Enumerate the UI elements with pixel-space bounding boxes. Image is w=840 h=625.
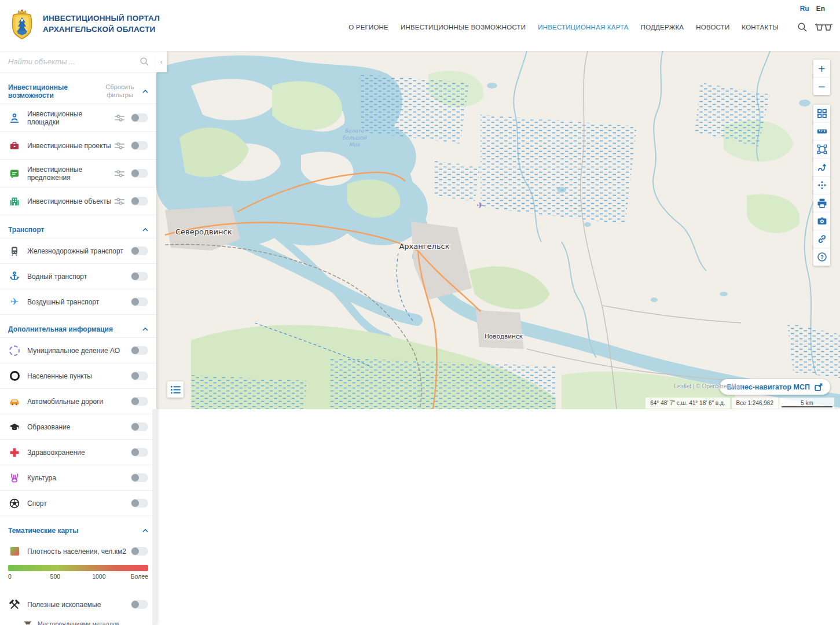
item-label: Муниципальное деление АО — [27, 347, 131, 355]
nav-news[interactable]: НОВОСТИ — [696, 24, 729, 31]
ruler-button[interactable] — [813, 122, 830, 140]
section-transport: Транспорт — [0, 220, 156, 238]
item-label: Инвестиционные проекты — [27, 142, 115, 150]
sidebar-item-education[interactable]: Образование — [0, 414, 156, 440]
header-search-icon[interactable] — [797, 22, 808, 35]
map-canvas[interactable]: ✈ Северодвинск Архангельск Новодвинск Бо… — [156, 51, 840, 409]
layer-toggle[interactable] — [131, 600, 148, 609]
sidebar-item-rail-transport[interactable]: Железнодорожный транспорт — [0, 238, 156, 264]
sidebar-item-municipal-division[interactable]: Муниципальное деление АО — [0, 337, 156, 363]
accessibility-glasses-icon[interactable] — [815, 23, 833, 34]
sidebar-item-investment-sites[interactable]: Инвестиционные площадки — [0, 104, 156, 132]
external-link-icon — [815, 383, 823, 391]
density-gradient-bar — [8, 565, 148, 571]
sidebar-item-culture[interactable]: Культура — [0, 465, 156, 491]
sidebar-collapse-button[interactable]: ‹ — [156, 51, 167, 72]
coordinates-readout: 64° 48' 7" с.ш. 41° 18' 6" в.д. — [645, 398, 729, 409]
section-thematic-maps: Тематические карты — [0, 521, 156, 539]
layer-toggle[interactable] — [131, 397, 148, 406]
sidebar-item-water-transport[interactable]: Водный транспорт — [0, 263, 156, 289]
nav-about-region[interactable]: О РЕГИОНЕ — [349, 24, 388, 31]
investment-sites-icon — [8, 112, 21, 124]
layers-grid-button[interactable] — [813, 105, 830, 122]
sidebar-item-air-transport[interactable]: ✈ Воздушный транспорт — [0, 289, 156, 315]
item-label: Инвестиционные объекты — [27, 197, 115, 205]
layer-toggle[interactable] — [131, 197, 148, 205]
layer-toggle[interactable] — [131, 297, 148, 306]
sidebar-item-roads[interactable]: Автомобильные дороги — [0, 388, 156, 414]
print-button[interactable] — [813, 194, 830, 212]
sidebar-subitem-metal-deposits[interactable]: Месторождениями металлов — [0, 617, 156, 625]
layer-toggle[interactable] — [131, 547, 148, 556]
nav-investment-map[interactable]: ИНВЕСТИЦИОННАЯ КАРТА — [538, 24, 628, 31]
chevron-up-icon[interactable] — [142, 529, 148, 532]
layer-toggle[interactable] — [131, 448, 148, 457]
share-link-icon — [817, 234, 827, 244]
zoom-in-button[interactable]: + — [813, 60, 830, 77]
lang-en[interactable]: En — [816, 5, 825, 13]
filter-sliders-icon[interactable] — [115, 142, 124, 150]
sidebar-item-investment-objects[interactable]: Инвестиционные объекты — [0, 187, 156, 215]
sidebar-item-investment-proposals[interactable]: Инвестиционные предложения — [0, 159, 156, 188]
filter-sliders-icon[interactable] — [115, 114, 124, 122]
layer-toggle[interactable] — [131, 422, 148, 431]
nav-support[interactable]: ПОДДЕРЖКА — [641, 24, 684, 31]
layer-toggle[interactable] — [131, 272, 148, 281]
chevron-up-icon[interactable] — [142, 90, 148, 93]
crossed-hammers-icon — [8, 599, 21, 611]
sidebar-item-minerals[interactable]: Полезные ископаемые — [0, 592, 156, 617]
settlement-icon — [8, 371, 21, 381]
item-label: Инвестиционные площадки — [27, 110, 115, 126]
sidebar-scrollbar[interactable] — [152, 409, 156, 625]
reset-filters-button[interactable]: Сбросить фильтры — [103, 83, 137, 100]
layer-toggle[interactable] — [131, 499, 148, 508]
brand[interactable]: ИНВЕСТИЦИОННЫЙ ПОРТАЛ АРХАНГЕЛЬСКОЙ ОБЛА… — [9, 9, 160, 40]
layer-toggle[interactable] — [131, 372, 148, 380]
lang-ru[interactable]: Ru — [800, 5, 809, 13]
route-button[interactable] — [813, 158, 830, 176]
map-attribution[interactable]: Leaflet | © OpenStreetMap — [674, 383, 743, 389]
item-label: Инвестиционные предложения — [27, 166, 115, 182]
pan-button[interactable] — [813, 176, 830, 194]
filter-sliders-icon[interactable] — [115, 197, 124, 205]
map-tools: ? — [813, 105, 830, 266]
camera-button[interactable] — [813, 212, 830, 230]
building-icon — [8, 196, 21, 207]
map-legend-button[interactable] — [167, 381, 184, 398]
sidebar-item-population-density[interactable]: Плотность населения, чел.км2 — [0, 539, 156, 564]
help-button[interactable]: ? — [813, 248, 830, 266]
education-mortarboard-icon — [8, 421, 21, 433]
item-label: Населенные пункты — [27, 372, 131, 380]
item-label: Спорт — [27, 499, 131, 508]
map-label-swamp-1: Болото — [344, 128, 364, 134]
chevron-up-icon[interactable] — [142, 228, 148, 231]
sidebar-item-sport[interactable]: Спорт — [0, 490, 156, 516]
polygon-select-button[interactable] — [813, 140, 830, 158]
scale-ratio-readout[interactable]: Все 1:246,962 — [732, 398, 779, 409]
search-input[interactable] — [7, 57, 140, 67]
sidebar-item-healthcare[interactable]: Здравоохранение — [0, 439, 156, 465]
metal-deposit-icon — [23, 620, 32, 625]
health-cross-icon — [8, 447, 21, 458]
filter-sliders-icon[interactable] — [115, 170, 124, 178]
sidebar-item-investment-projects[interactable]: Инвестиционные проекты — [0, 131, 156, 160]
layer-toggle[interactable] — [131, 141, 148, 150]
subitem-label: Месторождениями металлов — [38, 620, 148, 625]
layer-toggle[interactable] — [131, 169, 148, 178]
section-additional-info: Дополнительная информация — [0, 320, 156, 338]
share-link-button[interactable] — [813, 230, 830, 248]
car-icon — [8, 396, 21, 407]
layer-toggle[interactable] — [131, 247, 148, 255]
search-icon[interactable] — [140, 57, 149, 67]
sidebar-item-settlements[interactable]: Населенные пункты — [0, 363, 156, 389]
chevron-up-icon[interactable] — [142, 328, 148, 331]
layer-toggle[interactable] — [131, 346, 148, 355]
zoom-out-button[interactable]: − — [813, 77, 830, 95]
section-investment-opportunities: Инвестиционные возможности Сбросить филь… — [0, 78, 156, 104]
section-title: Тематические карты — [8, 527, 137, 535]
nav-contacts[interactable]: КОНТАКТЫ — [742, 24, 779, 31]
layer-toggle[interactable] — [131, 473, 148, 482]
section-title: Дополнительная информация — [8, 325, 137, 333]
layer-toggle[interactable] — [131, 113, 148, 122]
nav-investment-opportunities[interactable]: ИНВЕСТИЦИОННЫЕ ВОЗМОЖНОСТИ — [401, 24, 526, 31]
